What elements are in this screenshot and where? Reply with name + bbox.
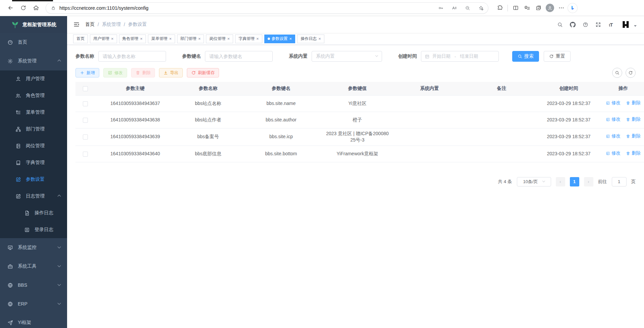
tab-menu[interactable]: 菜单管理× (148, 35, 175, 43)
help-button[interactable] (580, 19, 591, 30)
sidebar-item-bbs[interactable]: BBS (0, 276, 67, 294)
export-button[interactable]: 导出 (159, 68, 183, 77)
reset-button[interactable]: 重置 (544, 51, 571, 62)
sidebar-item-home[interactable]: 首页 (0, 33, 67, 52)
row-delete-link[interactable]: 删除 (626, 116, 641, 123)
sidebar-item-dict[interactable]: 字典管理 (0, 154, 67, 171)
puzzle-icon (497, 5, 503, 11)
table-row: 1641030593384943640 bbs底部信息 bbs.site.bot… (75, 146, 644, 162)
address-bar[interactable]: https://ccnetcore.com:1101/system/config (46, 2, 488, 14)
tab-role[interactable]: 角色管理× (119, 35, 146, 43)
prev-page-button[interactable]: ‹ (556, 177, 565, 186)
refresh-cache-button[interactable]: 刷新缓存 (187, 68, 219, 77)
param-key-input[interactable] (205, 51, 273, 62)
add-button[interactable]: 新增 (75, 68, 99, 77)
user-avatar[interactable] (621, 19, 631, 30)
split-screen-button[interactable] (510, 2, 521, 14)
row-edit-link[interactable]: 修改 (606, 100, 621, 106)
edit-icon (606, 134, 610, 139)
caret-down-icon[interactable] (634, 25, 637, 27)
close-icon[interactable]: × (289, 37, 292, 41)
chevron-down-icon (58, 264, 61, 267)
password-key-button[interactable] (436, 3, 446, 13)
url-text[interactable]: https://ccnetcore.com:1101/system/config (59, 5, 432, 11)
browser-home-button[interactable] (30, 2, 42, 14)
read-aloud-button[interactable] (449, 3, 459, 13)
zoom-out-button[interactable] (463, 3, 473, 13)
row-delete-link[interactable]: 删除 (626, 100, 641, 106)
tab-user[interactable]: 用户管理× (90, 35, 117, 43)
profile-button[interactable] (544, 2, 555, 14)
add-favorite-button[interactable] (476, 3, 486, 13)
tab-home[interactable]: 首页 (73, 35, 88, 43)
select-all-checkbox[interactable] (83, 86, 88, 91)
download-icon (163, 70, 168, 75)
close-icon[interactable]: × (318, 37, 321, 41)
tab-operlog[interactable]: 操作日志× (297, 35, 324, 43)
end-date-placeholder[interactable]: 结束日期 (460, 53, 478, 59)
delete-button[interactable]: 删除 (131, 68, 155, 77)
fullscreen-button[interactable] (592, 19, 604, 30)
sidebar-item-user[interactable]: 用户管理 (0, 70, 67, 87)
tab-dict[interactable]: 字典管理× (235, 35, 262, 43)
sidebar-item-role[interactable]: 角色管理 (0, 87, 67, 104)
row-delete-link[interactable]: 删除 (626, 133, 641, 140)
row-checkbox[interactable] (83, 118, 88, 123)
close-icon[interactable]: × (256, 37, 259, 41)
row-delete-link[interactable]: 删除 (626, 150, 641, 157)
sidebar-item-operlog[interactable]: 操作日志 (0, 205, 67, 221)
close-icon[interactable]: × (169, 37, 172, 41)
extensions-button[interactable] (494, 2, 505, 14)
current-page-button[interactable]: 1 (570, 177, 579, 186)
start-date-placeholder[interactable]: 开始日期 (432, 53, 450, 59)
browser-back-button[interactable] (5, 2, 16, 14)
sidebar-item-post[interactable]: 岗位管理 (0, 138, 67, 154)
sidebar-item-system[interactable]: 系统管理 (0, 52, 67, 70)
close-icon[interactable]: × (198, 37, 201, 41)
row-checkbox[interactable] (83, 152, 88, 157)
edit-button[interactable]: 修改 (103, 68, 127, 77)
logo-leaf-icon (11, 20, 19, 29)
page-size-select[interactable]: 10条/页 (517, 177, 551, 186)
breadcrumb-home[interactable]: 首页 (85, 21, 95, 28)
row-edit-link[interactable]: 修改 (606, 150, 621, 157)
row-checkbox[interactable] (83, 134, 88, 140)
close-icon[interactable]: × (111, 37, 114, 41)
close-icon[interactable]: × (140, 37, 143, 41)
sidebar-item-erp[interactable]: ERP (0, 294, 67, 313)
sidebar-item-monitor[interactable]: 系统监控 (0, 238, 67, 257)
refresh-table-button[interactable] (626, 68, 636, 78)
row-checkbox[interactable] (83, 101, 88, 106)
toggle-search-button[interactable] (612, 68, 622, 78)
date-range-picker[interactable]: 开始日期 - 结束日期 (421, 51, 499, 62)
column-header-name: 参数名称 (175, 82, 241, 95)
sidebar-item-config[interactable]: 参数设置 (0, 171, 67, 188)
next-page-button[interactable]: › (584, 177, 593, 186)
header-search-button[interactable] (554, 19, 566, 30)
sidebar-item-log[interactable]: 日志管理 (0, 188, 67, 205)
tab-dept[interactable]: 部门管理× (177, 35, 204, 43)
browser-menu-button[interactable] (556, 2, 567, 14)
sidebar-item-tool[interactable]: 系统工具 (0, 257, 67, 276)
param-name-input[interactable] (98, 51, 166, 62)
font-size-button[interactable]: tT (605, 19, 616, 30)
row-edit-link[interactable]: 修改 (606, 116, 621, 123)
cell-builtin (393, 146, 466, 162)
sidebar-item-loginlog[interactable]: 登录日志 (0, 221, 67, 238)
github-link-button[interactable] (567, 19, 578, 30)
browser-refresh-button[interactable] (17, 2, 29, 14)
row-edit-link[interactable]: 修改 (606, 133, 621, 140)
search-button[interactable]: 搜索 (512, 51, 539, 62)
collections-button[interactable] (533, 2, 544, 14)
builtin-select[interactable]: 系统内置 (312, 51, 382, 62)
sidebar-collapse-icon[interactable] (73, 21, 80, 28)
sidebar-item-dept[interactable]: 部门管理 (0, 121, 67, 138)
sidebar-item-menu[interactable]: 菜单管理 (0, 104, 67, 121)
tab-config-active[interactable]: 参数设置× (264, 35, 296, 43)
goto-page-input[interactable] (612, 177, 627, 186)
sidebar-item-yiframework[interactable]: Yi框架 (0, 313, 67, 328)
bing-chat-button[interactable] (567, 2, 578, 14)
tab-post[interactable]: 岗位管理× (206, 35, 233, 43)
close-icon[interactable]: × (227, 37, 230, 41)
favorites-button[interactable] (522, 2, 532, 14)
